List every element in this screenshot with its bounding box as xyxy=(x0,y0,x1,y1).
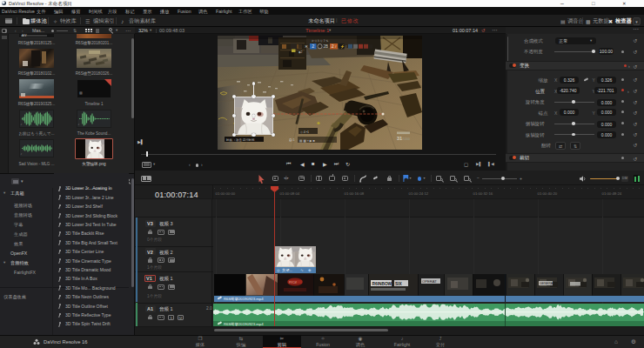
svg-text:GENERAL: GENERAL xyxy=(540,282,554,285)
svg-text:РУСИ: РУСИ xyxy=(289,281,297,284)
svg-text:OPERAT: OPERAT xyxy=(422,279,437,284)
svg-text:R6INBOW: R6INBOW xyxy=(372,282,392,286)
svg-text:SIX: SIX xyxy=(395,282,403,286)
